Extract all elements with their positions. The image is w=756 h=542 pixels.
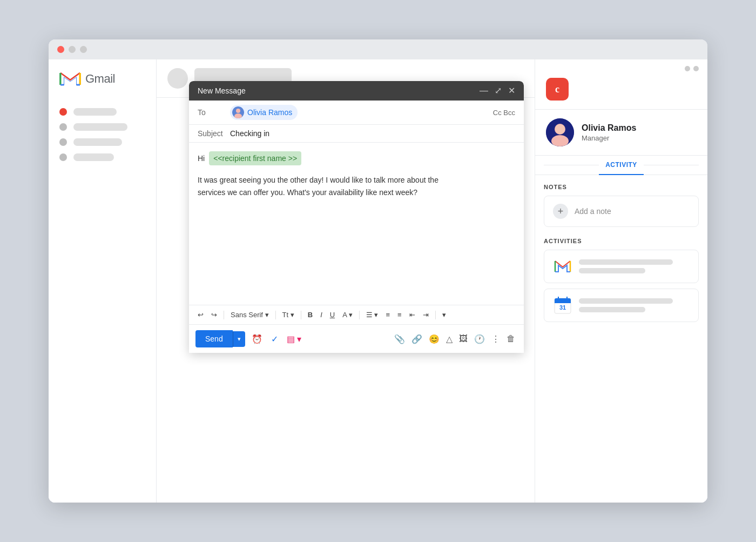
to-name: Olivia Ramos bbox=[247, 108, 292, 117]
traffic-light-yellow[interactable] bbox=[69, 46, 76, 53]
indent-more-button[interactable]: ⇥ bbox=[421, 310, 431, 320]
compose-controls: — ⤢ ✕ bbox=[480, 86, 515, 95]
svg-point-15 bbox=[551, 135, 569, 146]
minimize-button[interactable]: — bbox=[480, 86, 488, 95]
toolbar-sep-1 bbox=[224, 311, 224, 319]
crm-panel: c Olivia Ramos Manager bbox=[535, 59, 707, 503]
recipient-tag: <<recipient first name >> bbox=[209, 151, 301, 165]
more-formatting-button[interactable]: ▾ bbox=[440, 310, 448, 320]
sidebar-bar-4 bbox=[73, 153, 114, 161]
calendar-activity-item[interactable]: 31 bbox=[544, 289, 699, 322]
attach-button[interactable]: 📎 bbox=[392, 332, 407, 346]
sidebar-dot-4 bbox=[59, 153, 67, 161]
crm-tabs: ACTIVITY bbox=[535, 156, 707, 175]
compose-body-text: It was great seeing you the other day! I… bbox=[198, 174, 515, 198]
check-icon-button[interactable]: ✓ bbox=[269, 332, 280, 346]
gmail-activity-item[interactable] bbox=[544, 250, 699, 283]
sidebar-item-3[interactable] bbox=[59, 138, 145, 146]
browser-window: Gmail bbox=[49, 39, 707, 503]
contact-title: Manager bbox=[582, 134, 636, 142]
gmail-avatar bbox=[167, 68, 188, 89]
bold-button[interactable]: B bbox=[306, 310, 315, 320]
gmail-line-1 bbox=[579, 259, 673, 265]
calendar-activity-lines bbox=[579, 298, 690, 312]
subject-value[interactable]: Checking in bbox=[230, 129, 269, 138]
italic-button[interactable]: I bbox=[318, 310, 325, 320]
crm-tab-line-left bbox=[544, 165, 599, 165]
gmail-activity-lines bbox=[579, 259, 690, 273]
crm-content: NOTES + Add a note ACTIVITIES bbox=[535, 175, 707, 503]
crm-dot-1 bbox=[685, 66, 690, 71]
sidebar-bar-3 bbox=[73, 138, 122, 146]
body-line-2: services we can offer you. What's your a… bbox=[198, 186, 515, 198]
crm-contact-info: Olivia Ramos Manager bbox=[582, 123, 636, 142]
traffic-light-red[interactable] bbox=[57, 46, 64, 53]
font-size-button[interactable]: Tt ▾ bbox=[280, 310, 296, 320]
compose-toolbar: ↩ ↪ Sans Serif ▾ Tt ▾ B I U A ▾ ☰ ▾ ≡ ≡ … bbox=[189, 305, 524, 324]
toolbar-sep-2 bbox=[275, 311, 276, 319]
compose-title-label: New Message bbox=[198, 86, 246, 95]
add-note-icon: + bbox=[553, 204, 568, 219]
photo-button[interactable]: 🖼 bbox=[457, 332, 470, 346]
maximize-button[interactable]: ⤢ bbox=[495, 86, 502, 95]
emoji-button[interactable]: 😊 bbox=[427, 332, 442, 346]
schedule-send-button[interactable]: ⏰ bbox=[249, 332, 265, 346]
add-note-button[interactable]: + Add a note bbox=[544, 196, 699, 227]
crm-dot-2 bbox=[693, 66, 699, 71]
calendar-activity-logo: 31 bbox=[553, 296, 572, 315]
to-label: To bbox=[198, 108, 225, 117]
gmail-main-area: New Message — ⤢ ✕ To bbox=[157, 59, 535, 503]
send-button-group: Send ▾ bbox=[195, 330, 245, 347]
cc-bcc-label[interactable]: Cc Bcc bbox=[493, 109, 515, 117]
sidebar-dot-3 bbox=[59, 138, 67, 146]
compose-send-bar: Send ▾ ⏰ ✓ ▤ ▾ 📎 🔗 😊 △ 🖼 🕐 ⋮ 🗑 bbox=[189, 324, 524, 353]
crm-contact-section: Olivia Ramos Manager bbox=[535, 110, 707, 156]
more-button[interactable]: ⋮ bbox=[489, 332, 502, 346]
browser-chrome bbox=[49, 39, 707, 59]
traffic-light-green[interactable] bbox=[80, 46, 87, 53]
link-button[interactable]: 🔗 bbox=[409, 332, 424, 346]
svg-point-9 bbox=[236, 109, 240, 113]
undo-button[interactable]: ↩ bbox=[195, 310, 206, 320]
compose-body[interactable]: Hi <<recipient first name >> It was grea… bbox=[189, 143, 524, 305]
trash-button[interactable]: 🗑 bbox=[504, 332, 517, 346]
send-dropdown-button[interactable]: ▾ bbox=[233, 331, 245, 347]
sidebar-item-1[interactable] bbox=[59, 108, 145, 116]
more-options-button[interactable]: ▤ ▾ bbox=[285, 332, 303, 346]
svg-text:31: 31 bbox=[559, 304, 566, 311]
calendar-line-1 bbox=[579, 298, 673, 304]
browser-body: Gmail bbox=[49, 59, 707, 503]
to-avatar-svg bbox=[232, 106, 244, 118]
sidebar-bar-2 bbox=[73, 123, 127, 131]
gmail-activity-icon bbox=[553, 257, 572, 276]
indent-less-button[interactable]: ⇤ bbox=[407, 310, 417, 320]
crm-activity-tab[interactable]: ACTIVITY bbox=[599, 156, 644, 175]
text-color-button[interactable]: A ▾ bbox=[340, 310, 355, 320]
send-button[interactable]: Send bbox=[195, 330, 233, 347]
redo-button[interactable]: ↪ bbox=[209, 310, 219, 320]
crm-logo-svg: c bbox=[550, 82, 565, 97]
gmail-activity-logo bbox=[553, 257, 572, 276]
toolbar-sep-4 bbox=[359, 311, 360, 319]
svg-rect-23 bbox=[555, 301, 571, 303]
clock-button[interactable]: 🕐 bbox=[472, 332, 487, 346]
contact-avatar bbox=[546, 118, 574, 146]
activities-section-title: ACTIVITIES bbox=[544, 238, 699, 244]
align-button[interactable]: ☰ ▾ bbox=[364, 310, 381, 320]
greeting-text: Hi bbox=[198, 152, 205, 164]
underline-button[interactable]: U bbox=[328, 310, 337, 320]
sidebar-item-2[interactable] bbox=[59, 123, 145, 131]
sidebar-dot-1 bbox=[59, 108, 67, 116]
compose-window: New Message — ⤢ ✕ To bbox=[189, 81, 524, 353]
font-family-button[interactable]: Sans Serif ▾ bbox=[228, 310, 271, 320]
compose-to-chip[interactable]: Olivia Ramos bbox=[230, 105, 298, 120]
gmail-title-label: Gmail bbox=[85, 72, 115, 86]
numbered-list-button[interactable]: ≡ bbox=[383, 310, 392, 320]
sidebar-items-list bbox=[59, 104, 145, 165]
close-button[interactable]: ✕ bbox=[508, 86, 515, 95]
drive-button[interactable]: △ bbox=[444, 332, 455, 346]
bullet-list-button[interactable]: ≡ bbox=[395, 310, 404, 320]
contact-avatar-svg bbox=[546, 118, 574, 146]
sidebar-item-4[interactable] bbox=[59, 153, 145, 161]
crm-header-dots bbox=[535, 59, 707, 71]
